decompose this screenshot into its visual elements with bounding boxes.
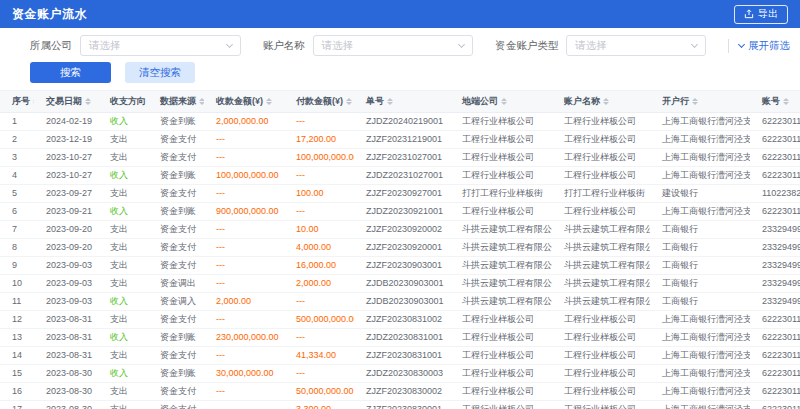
cell-direction: 支出	[98, 185, 148, 203]
column-header-label: 数据来源	[160, 96, 196, 106]
account-type-select[interactable]: 请选择	[566, 35, 706, 56]
expand-filter-link[interactable]: 展开筛选	[739, 39, 790, 53]
cell-payment: ---	[284, 203, 354, 221]
cell-date: 2023-09-20	[34, 221, 98, 239]
cell-receipt: 30,000,000.00	[204, 365, 284, 383]
column-header-no[interactable]: 序号	[0, 91, 34, 113]
transactions-table: 序号交易日期收支方向数据来源收款金额(¥)付款金额(¥)单号地端公司账户名称开户…	[0, 90, 800, 409]
table-row: 52023-09-27支出资金支付---100.00ZJZF2023092700…	[0, 185, 800, 203]
column-header-bank[interactable]: 开户行	[650, 91, 750, 113]
cell-bank: 上海工商银行漕河泾支行	[650, 311, 750, 329]
cell-order_no: ZJDB20230903001	[354, 275, 450, 293]
column-header-receipt[interactable]: 收款金额(¥)	[204, 91, 284, 113]
search-button[interactable]: 搜索	[30, 62, 111, 83]
cell-date: 2023-09-21	[34, 203, 98, 221]
topbar: 资金账户流水 导出	[0, 0, 800, 28]
cell-order_no: ZJZF20231219001	[354, 131, 450, 149]
clear-search-button[interactable]: 清空搜索	[125, 62, 195, 83]
filter-account-name-label: 账户名称	[263, 39, 305, 53]
cell-bank: 上海工商银行漕河泾支行	[650, 131, 750, 149]
cell-direction: 收入	[98, 293, 148, 311]
sort-caret-icon[interactable]	[85, 98, 91, 106]
cell-payment: 3,300.00	[284, 401, 354, 409]
cell-receipt: ---	[204, 275, 284, 293]
cell-order_no: ZJDZ20240219001	[354, 113, 450, 131]
sort-caret-icon[interactable]	[387, 98, 393, 106]
cell-account_no: 23329499...	[750, 221, 800, 239]
column-header-source[interactable]: 数据来源	[148, 91, 204, 113]
cell-direction: 支出	[98, 311, 148, 329]
cell-source: 资金到账	[148, 329, 204, 347]
cell-account_no: 62223011...	[750, 149, 800, 167]
cell-payment: 100,000,000.00	[284, 149, 354, 167]
sort-caret-icon[interactable]	[501, 98, 507, 106]
cell-receipt: 230,000,000.00	[204, 329, 284, 347]
company-select[interactable]: 请选择	[80, 35, 241, 56]
cell-account_name: 斗拱云建筑工程有限公司	[552, 275, 650, 293]
cell-company: 工程行业样板公司	[450, 365, 552, 383]
column-header-company[interactable]: 地端公司	[450, 91, 552, 113]
cell-account_no: 23329499...	[750, 293, 800, 311]
cell-no: 8	[0, 239, 34, 257]
cell-no: 1	[0, 113, 34, 131]
sort-caret-icon[interactable]	[346, 98, 352, 106]
cell-receipt: 2,000,000.00	[204, 113, 284, 131]
filter-company-label: 所属公司	[30, 39, 72, 53]
cell-receipt: ---	[204, 221, 284, 239]
cell-receipt: ---	[204, 401, 284, 409]
cell-no: 7	[0, 221, 34, 239]
sort-caret-icon[interactable]	[783, 98, 789, 106]
export-button-label: 导出	[758, 7, 778, 21]
cell-no: 17	[0, 401, 34, 409]
cell-receipt: ---	[204, 131, 284, 149]
column-header-direction[interactable]: 收支方向	[98, 91, 148, 113]
cell-account_no: 23329499...	[750, 257, 800, 275]
cell-account_name: 工程行业样板公司	[552, 131, 650, 149]
cell-account_no: 62223011...	[750, 311, 800, 329]
cell-company: 斗拱云建筑工程有限公司	[450, 293, 552, 311]
cell-account_no: 62223011...	[750, 383, 800, 401]
table-row: 62023-09-21收入资金到账900,000,000.00---ZJDZ20…	[0, 203, 800, 221]
cell-source: 资金到账	[148, 113, 204, 131]
cell-bank: 工商银行	[650, 239, 750, 257]
column-header-order_no[interactable]: 单号	[354, 91, 450, 113]
cell-direction: 支出	[98, 275, 148, 293]
export-button[interactable]: 导出	[734, 5, 788, 24]
sort-caret-icon[interactable]	[33, 98, 34, 106]
cell-no: 5	[0, 185, 34, 203]
sort-caret-icon[interactable]	[692, 98, 698, 106]
company-select-value: 请选择	[89, 39, 121, 53]
cell-receipt: 100,000,000.00	[204, 167, 284, 185]
cell-account_no: 62223011...	[750, 365, 800, 383]
column-header-payment[interactable]: 付款金额(¥)	[284, 91, 354, 113]
cell-source: 资金支付	[148, 383, 204, 401]
account-name-select[interactable]: 请选择	[313, 35, 474, 56]
cell-company: 工程行业样板公司	[450, 311, 552, 329]
cell-company: 斗拱云建筑工程有限公司	[450, 257, 552, 275]
filter-company: 所属公司 请选择	[30, 35, 241, 56]
cell-receipt: ---	[204, 383, 284, 401]
cell-account_name: 工程行业样板公司	[552, 383, 650, 401]
column-header-label: 付款金额(¥)	[296, 96, 343, 106]
cell-direction: 支出	[98, 149, 148, 167]
sort-caret-icon[interactable]	[199, 98, 204, 106]
cell-account_no: 62223011...	[750, 113, 800, 131]
cell-bank: 上海工商银行漕河泾支行	[650, 113, 750, 131]
sort-caret-icon[interactable]	[603, 98, 609, 106]
cell-order_no: ZJDZ20230830003	[354, 365, 450, 383]
cell-date: 2023-08-31	[34, 329, 98, 347]
column-header-label: 账户名称	[564, 96, 600, 106]
column-header-date[interactable]: 交易日期	[34, 91, 98, 113]
cell-direction: 支出	[98, 221, 148, 239]
column-header-account_name[interactable]: 账户名称	[552, 91, 650, 113]
cell-payment: 17,200.00	[284, 131, 354, 149]
cell-account_name: 工程行业样板公司	[552, 311, 650, 329]
column-header-account_no[interactable]: 账号	[750, 91, 800, 113]
cell-direction: 收入	[98, 365, 148, 383]
cell-order_no: ZJDZ20230831001	[354, 329, 450, 347]
filter-right: 展开筛选	[728, 39, 790, 53]
column-header-label: 开户行	[662, 96, 689, 106]
cell-company: 工程行业样板公司	[450, 401, 552, 409]
sort-caret-icon[interactable]	[266, 98, 272, 106]
cell-date: 2023-08-31	[34, 311, 98, 329]
